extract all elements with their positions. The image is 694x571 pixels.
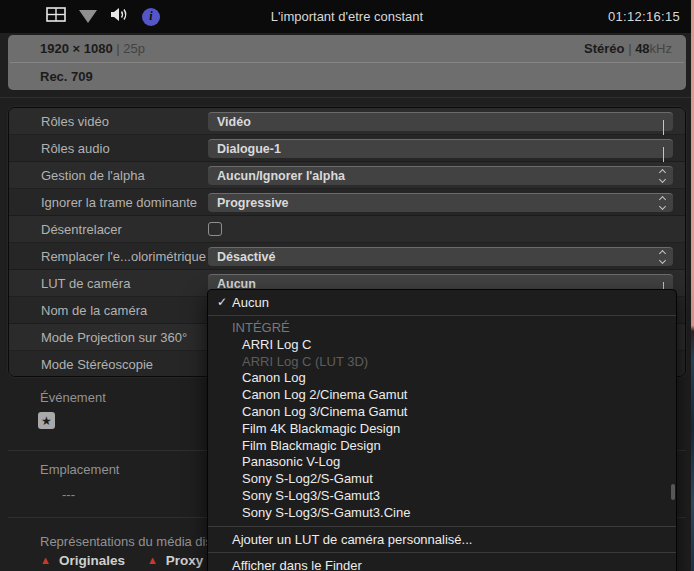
menu-scrollbar-thumb[interactable]	[671, 484, 675, 500]
menu-item-show-in-finder[interactable]: Afficher dans le Finder	[208, 557, 676, 571]
media-representations-label: Représentations du média dispon	[40, 534, 207, 549]
location-value: ---	[62, 487, 75, 502]
stepper-value: Aucun/Ignorer l'alpha	[217, 169, 345, 183]
menu-item-film-blackmagic[interactable]: Film Blackmagic Design	[208, 438, 676, 455]
menu-section-header: INTÉGRÉ	[208, 320, 676, 337]
video-role-popup[interactable]: Vidéo	[208, 112, 673, 131]
star-icon: ★	[41, 415, 52, 427]
alpha-handling-stepper[interactable]: Aucun/Ignorer l'alpha	[208, 166, 673, 185]
sample-rate: 48	[635, 41, 649, 56]
chevron-updown-icon	[660, 170, 665, 182]
chevron-down-icon	[663, 120, 664, 134]
menu-item-sony-slog3[interactable]: Sony S-Log3/S-Gamut3	[208, 488, 676, 505]
audio-role-popup[interactable]: Dialogue-1	[208, 139, 673, 158]
clip-title: L'important d'etre constant	[0, 0, 694, 33]
event-section-label: Événement	[40, 390, 106, 405]
color-conform-stepper[interactable]: Désactivé	[208, 247, 673, 266]
colorspace: Rec. 709	[40, 69, 93, 84]
row-label: Ignorer la trame dominante	[41, 195, 197, 210]
warning-triangle-icon: ▲	[40, 555, 51, 566]
field-dominance-stepper[interactable]: Progressive	[208, 193, 673, 212]
stepper-value: Désactivé	[217, 250, 275, 264]
row-color-conform: Remplacer l'e...olorimétrique Désactivé	[9, 243, 685, 270]
deinterlace-checkbox[interactable]	[208, 222, 222, 236]
menu-separator	[208, 552, 676, 553]
row-video-roles: Rôles vidéo Vidéo	[9, 108, 685, 135]
media-item-original: ▲ Originales	[40, 553, 125, 568]
row-label: Rôles vidéo	[41, 114, 109, 129]
menu-item-arri-log-c-lut3d: ARRI Log C (LUT 3D)	[208, 354, 676, 371]
row-deinterlace: Désentrelacer	[9, 216, 685, 243]
menu-item-canon-log[interactable]: Canon Log	[208, 370, 676, 387]
row-label: LUT de caméra	[41, 276, 130, 291]
checkmark-icon: ✓	[217, 294, 227, 311]
inspector-toolbar: i L'important d'etre constant 01:12:16:1…	[0, 0, 694, 33]
header-separator	[0, 97, 694, 98]
row-label: Gestion de l'alpha	[41, 168, 145, 183]
chevron-down-icon	[663, 147, 664, 161]
row-label: Mode Stéréoscopie	[41, 357, 153, 372]
menu-item-canon-log-3[interactable]: Canon Log 3/Cinema Gamut	[208, 404, 676, 421]
menu-item-sony-slog2[interactable]: Sony S-Log2/S-Gamut	[208, 471, 676, 488]
clip-summary-card: 1920 × 1080 | 25p Stéréo | 48kHz Rec. 70…	[8, 35, 686, 90]
menu-item-label: Aucun	[232, 295, 269, 310]
row-audio-roles: Rôles audio Dialogue-1	[9, 135, 685, 162]
row-label: Nom de la caméra	[41, 303, 147, 318]
row-label: Désentrelacer	[41, 222, 122, 237]
menu-item-film-4k-blackmagic[interactable]: Film 4K Blackmagic Design	[208, 421, 676, 438]
audio-channels: Stéréo	[584, 41, 624, 56]
media-representations-row: ▲ Originales ▲ Proxy	[40, 553, 203, 568]
menu-separator	[208, 315, 676, 316]
row-alpha-handling: Gestion de l'alpha Aucun/Ignorer l'alpha	[9, 162, 685, 189]
row-label: Mode Projection sur 360°	[41, 330, 187, 345]
menu-item-sony-slog3-cine[interactable]: Sony S-Log3/S-Gamut3.Cine	[208, 505, 676, 522]
menu-item-add-custom-lut[interactable]: Ajouter un LUT de caméra personnalisé...	[208, 531, 676, 548]
camera-lut-menu: ✓ Aucun INTÉGRÉ ARRI Log C ARRI Log C (L…	[207, 289, 677, 571]
menu-item-none[interactable]: ✓ Aucun	[208, 294, 676, 311]
menu-item-arri-log-c[interactable]: ARRI Log C	[208, 337, 676, 354]
menu-item-canon-log-2[interactable]: Canon Log 2/Cinema Gamut	[208, 387, 676, 404]
chevron-updown-icon	[660, 251, 665, 263]
stepper-value: Progressive	[217, 196, 289, 210]
frame-rate: 25p	[123, 41, 145, 56]
resolution: 1920 × 1080	[40, 41, 113, 56]
media-item-proxy: ▲ Proxy	[147, 553, 203, 568]
media-item-label: Originales	[59, 553, 125, 568]
row-field-dominance: Ignorer la trame dominante Progressive	[9, 189, 685, 216]
timecode: 01:12:16:15	[608, 0, 680, 33]
chevron-updown-icon	[660, 197, 665, 209]
summary-format-row: 1920 × 1080 | 25p Stéréo | 48kHz	[8, 35, 686, 62]
summary-colorspace-row: Rec. 709	[8, 63, 686, 90]
menu-item-panasonic-vlog[interactable]: Panasonic V-Log	[208, 454, 676, 471]
popup-value: Vidéo	[217, 115, 251, 129]
event-star-button[interactable]: ★	[38, 412, 55, 429]
info-inspector: i L'important d'etre constant 01:12:16:1…	[0, 0, 694, 571]
sample-rate-unit: kHz	[650, 41, 672, 56]
row-label: Rôles audio	[41, 141, 110, 156]
popup-value: Dialogue-1	[217, 142, 281, 156]
warning-triangle-icon: ▲	[147, 555, 158, 566]
menu-separator	[208, 526, 676, 527]
media-item-label: Proxy	[166, 553, 204, 568]
row-label: Remplacer l'e...olorimétrique	[41, 249, 206, 264]
location-section-label: Emplacement	[40, 462, 119, 477]
